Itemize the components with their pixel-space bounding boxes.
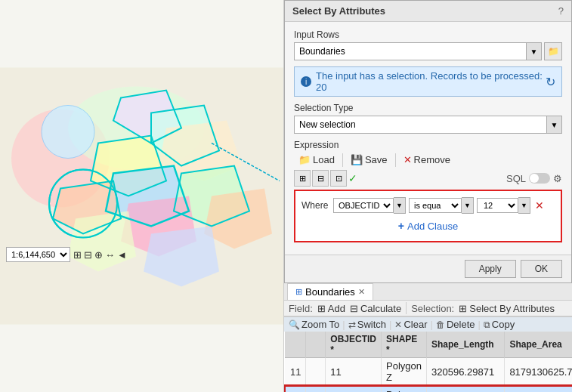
sql-label: SQL: [506, 173, 526, 184]
selection-type-dropdown-arrow[interactable]: ▼: [547, 116, 562, 134]
info-bar: i The input has a selection. Records to …: [294, 66, 562, 97]
table-row[interactable]: 11 11 Polygon Z 320596.29871 8179130625.…: [285, 358, 572, 387]
gear-icon[interactable]: ⚙: [553, 173, 562, 184]
clause-btn-1[interactable]: ⊞: [294, 170, 311, 187]
select-by-attributes-dialog: Select By Attributes ? Input Rows Bounda…: [284, 0, 572, 283]
add-icon: ⊞: [317, 303, 326, 314]
input-rows-dropdown-arrow[interactable]: ▼: [527, 42, 542, 60]
select-attrs-icon: ⊞: [459, 303, 467, 314]
clause-toolbar: ⊞ ⊟ ⊡ ✓ SQL ⚙: [294, 170, 562, 187]
cell-shape-length: 320596.29871: [427, 358, 505, 387]
map-icon-3[interactable]: ⊕: [94, 249, 103, 261]
cell-objectid: 11: [326, 358, 382, 387]
load-folder-icon: 📁: [298, 154, 311, 165]
remove-button[interactable]: ✕ Remove: [399, 153, 455, 167]
table-toolbar: Field: ⊞ Add ⊟ Calculate Selection: ⊞ Se…: [284, 301, 572, 316]
cell-shape: Polygon Z: [382, 358, 427, 387]
col-shape[interactable]: SHAPE *: [382, 332, 427, 358]
selection-label: Selection:: [411, 303, 454, 314]
clear-btn[interactable]: ✕ Clear: [394, 319, 427, 330]
expression-section: Expression 📁 Load 💾 Save ✕ Remove: [294, 140, 562, 242]
info-text: The input has a selection. Records to be…: [316, 70, 546, 93]
zoom-icon: 🔍: [289, 319, 300, 330]
selection-toolbar: 🔍 Zoom To | ⇄ Switch | ✕ Clear | 🗑 Delet…: [284, 316, 572, 332]
boundaries-tab[interactable]: ⊞ Boundaries ✕: [287, 283, 373, 300]
clause-remove-btn[interactable]: ✕: [535, 199, 544, 211]
add-field-btn[interactable]: ⊞ Add: [317, 303, 345, 314]
selection-type-label: Selection Type: [294, 103, 562, 113]
table-tabs: ⊞ Boundaries ✕: [284, 283, 572, 301]
row-num-cell: 11: [285, 358, 306, 387]
map-area: 1:6,144,650 ⊞ ⊟ ⊕ ↔ ◄: [0, 0, 283, 392]
select-by-attrs-btn[interactable]: ⊞ Select By Attributes: [459, 303, 555, 314]
col-shape-area[interactable]: Shape_Area: [505, 332, 572, 358]
tab-icon: ⊞: [295, 287, 302, 297]
where-clause-row: Where OBJECTID ▼ is equa ▼: [301, 197, 555, 214]
right-panel: Select By Attributes ? Input Rows Bounda…: [283, 0, 572, 392]
add-clause-button[interactable]: + Add Clause: [301, 217, 555, 235]
data-table: OBJECTID * SHAPE * Shape_Length Shape_Ar…: [284, 332, 572, 392]
input-rows-folder-btn[interactable]: 📁: [544, 42, 562, 60]
sql-toggle[interactable]: [529, 173, 550, 184]
clause-btn-3[interactable]: ⊡: [330, 170, 347, 187]
map-icon-5[interactable]: ◄: [117, 249, 127, 261]
map-controls: 1:6,144,650 ⊞ ⊟ ⊕ ↔ ◄: [6, 247, 127, 262]
map-icon-2[interactable]: ⊟: [84, 249, 92, 261]
table-row[interactable]: 12 ► 12 Polygon Z 651524.66408 337793943…: [285, 386, 572, 392]
value-dropdown-arrow[interactable]: ▼: [518, 197, 530, 214]
dialog-title: Select By Attributes: [292, 5, 385, 17]
remove-x-icon: ✕: [403, 154, 412, 165]
folder-icon: 📁: [548, 46, 559, 57]
toolbar-divider-2: [395, 153, 396, 167]
map-icon-4[interactable]: ↔: [105, 249, 115, 261]
field-select[interactable]: OBJECTID: [333, 198, 394, 213]
row-indicator-cell: ►: [306, 386, 326, 392]
dialog-titlebar: Select By Attributes ?: [285, 1, 571, 22]
col-rownum-header: [285, 332, 306, 358]
where-label: Where: [301, 200, 330, 211]
toggle-thumb: [530, 174, 539, 183]
sql-toggle-group: SQL ⚙: [506, 173, 562, 184]
zoom-to-btn[interactable]: 🔍 Zoom To: [289, 319, 339, 330]
operator-dropdown-arrow[interactable]: ▼: [462, 197, 474, 214]
map-icon-1[interactable]: ⊞: [73, 249, 82, 261]
delete-btn[interactable]: 🗑 Delete: [436, 319, 475, 330]
plus-icon: +: [398, 220, 404, 232]
help-icon[interactable]: ?: [558, 5, 564, 17]
svg-point-3: [42, 106, 94, 159]
input-rows-row: Boundaries ▼ 📁: [294, 42, 562, 60]
col-indicator-header: [306, 332, 326, 358]
expression-label: Expression: [294, 140, 562, 150]
tab-label: Boundaries: [305, 286, 355, 298]
calculate-btn[interactable]: ⊟ Calculate: [350, 303, 401, 314]
copy-btn[interactable]: ⧉ Copy: [484, 319, 515, 330]
operator-select[interactable]: is equa: [409, 198, 462, 213]
input-rows-label: Input Rows: [294, 29, 562, 40]
row-num-cell: 12: [285, 386, 306, 392]
row-indicator-cell: [306, 358, 326, 387]
scale-select[interactable]: 1:6,144,650: [6, 247, 70, 262]
save-button[interactable]: 💾 Save: [346, 153, 392, 167]
switch-btn[interactable]: ⇄ Switch: [348, 319, 386, 330]
expression-toolbar: 📁 Load 💾 Save ✕ Remove: [294, 153, 562, 167]
field-dropdown-arrow[interactable]: ▼: [394, 197, 406, 214]
load-button[interactable]: 📁 Load: [294, 153, 339, 167]
attribute-table-area: ⊞ Boundaries ✕ Field: ⊞ Add ⊟ Calculate …: [284, 283, 572, 392]
tab-close-btn[interactable]: ✕: [358, 287, 365, 297]
clause-btn-2[interactable]: ⊟: [312, 170, 329, 187]
cell-shape-area: 33779394300.158806: [505, 386, 572, 392]
col-shape-length[interactable]: Shape_Length: [427, 332, 505, 358]
refresh-icon[interactable]: ↻: [546, 75, 555, 89]
input-rows-select[interactable]: Boundaries: [294, 42, 527, 60]
switch-icon: ⇄: [348, 319, 356, 330]
save-disk-icon: 💾: [351, 154, 363, 165]
checkmark-icon: ✓: [348, 172, 357, 184]
value-select[interactable]: 12: [477, 198, 518, 213]
apply-button[interactable]: Apply: [465, 260, 516, 278]
cell-shape-area: 8179130625.775972: [505, 358, 572, 387]
selection-type-select[interactable]: New selection: [294, 116, 547, 134]
ok-button[interactable]: OK: [521, 260, 562, 278]
toolbar-divider: [406, 302, 407, 314]
dialog-body: Input Rows Boundaries ▼ 📁 i The input ha…: [285, 22, 571, 255]
col-objectid[interactable]: OBJECTID *: [326, 332, 382, 358]
